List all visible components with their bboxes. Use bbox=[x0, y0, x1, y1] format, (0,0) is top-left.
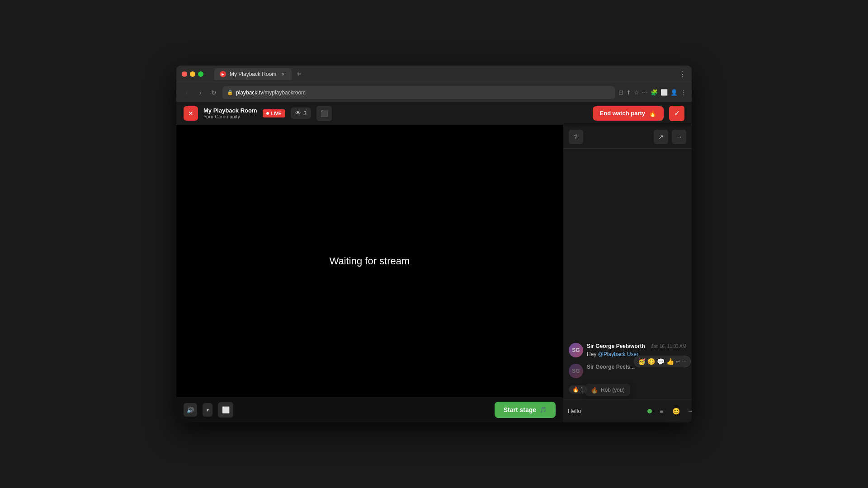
message-author-1: Sir George Peelsworth bbox=[587, 343, 645, 349]
new-tab-button[interactable]: + bbox=[293, 69, 304, 80]
chat-input[interactable] bbox=[568, 408, 644, 414]
end-watch-label: End watch party bbox=[600, 110, 645, 117]
sidebar-icon[interactable]: ⬜ bbox=[660, 89, 668, 96]
volume-button[interactable]: 🔊 bbox=[184, 403, 197, 417]
tooltip-fire-icon: 🔥 bbox=[590, 386, 598, 394]
fullscreen-icon: ⬜ bbox=[222, 406, 230, 413]
video-player[interactable]: Waiting for stream bbox=[176, 125, 563, 397]
bookmark-icon[interactable]: ☆ bbox=[634, 89, 639, 96]
tooltip-label: Rob (you) bbox=[601, 387, 625, 393]
message-body-2: Sir George Peels... 🔥 Rob (you) bbox=[587, 364, 686, 371]
avatar-1: SG bbox=[569, 343, 583, 357]
chat-input-area: ≡ 😊 → 📌 bbox=[563, 399, 692, 422]
video-area: Waiting for stream 🔊 ▾ ⬜ Start stage 🎵 bbox=[176, 125, 563, 422]
send-button[interactable]: → bbox=[684, 405, 692, 417]
fire-reaction-count[interactable]: 🔥 1 bbox=[569, 385, 587, 394]
tab-close-button[interactable]: ✕ bbox=[280, 71, 286, 77]
chat-help-button[interactable]: ? bbox=[569, 130, 583, 144]
start-stage-button[interactable]: Start stage 🎵 bbox=[495, 402, 556, 418]
viewer-count: 👁 3 bbox=[291, 108, 311, 119]
heart-icon: 🔥 bbox=[649, 110, 656, 117]
online-status-dot bbox=[647, 409, 652, 413]
chat-message-1: SG Sir George Peelsworth Jan 16, 11:03 A… bbox=[569, 343, 686, 358]
chat-message-2: SG Sir George Peels... 🔥 Rob (you) bbox=[569, 364, 686, 378]
emoji-button[interactable]: 😊 bbox=[670, 405, 682, 417]
volume-icon: 🔊 bbox=[187, 407, 194, 413]
end-watch-party-button[interactable]: End watch party 🔥 bbox=[593, 106, 664, 121]
fullscreen-button[interactable]: ⬜ bbox=[218, 402, 233, 418]
tab-favicon: ▶ bbox=[220, 71, 226, 77]
send-icon: → bbox=[687, 408, 692, 415]
room-name: My Playback Room bbox=[203, 107, 257, 114]
list-icon: ≡ bbox=[660, 408, 663, 415]
app-toolbar: ✕ My Playback Room Your Community LIVE 👁… bbox=[176, 102, 692, 125]
tab-title: My Playback Room bbox=[230, 71, 276, 77]
chevron-down-icon: ▾ bbox=[207, 408, 209, 413]
url-bar[interactable]: 🔒 playback.tv/myplaybackroom bbox=[222, 86, 615, 99]
url-text: playback.tv/myplaybackroom bbox=[236, 89, 306, 96]
screen-icon: ⬛ bbox=[321, 110, 328, 117]
question-icon: ? bbox=[574, 133, 578, 141]
title-bar: ▶ My Playback Room ✕ + ⋮ bbox=[176, 66, 692, 83]
screen-share-button[interactable]: ⬛ bbox=[316, 106, 332, 121]
start-stage-label: Start stage bbox=[504, 406, 536, 413]
stage-icon: 🎵 bbox=[540, 407, 547, 413]
bookmark-button[interactable]: ✓ bbox=[669, 106, 684, 121]
forward-button[interactable]: › bbox=[195, 89, 205, 96]
input-actions: ≡ 😊 → 📌 bbox=[656, 405, 692, 417]
address-bar: ‹ › ↻ 🔒 playback.tv/myplaybackroom ⊡ ⬆ ☆… bbox=[176, 83, 692, 102]
minimize-traffic-light[interactable] bbox=[190, 71, 195, 77]
export-icon: ↗ bbox=[658, 133, 664, 141]
lock-icon: 🔒 bbox=[227, 89, 233, 95]
address-actions: ⊡ ⬆ ☆ ⋯ 🧩 ⬜ 👤 ⋮ bbox=[618, 89, 686, 96]
more-icon[interactable]: ⋯ bbox=[642, 89, 648, 96]
live-badge: LIVE bbox=[263, 109, 285, 117]
back-button[interactable]: ‹ bbox=[182, 89, 192, 96]
main-content: Waiting for stream 🔊 ▾ ⬜ Start stage 🎵 bbox=[176, 125, 692, 422]
window-controls[interactable]: ⋮ bbox=[679, 70, 686, 79]
fire-reaction-number: 1 bbox=[580, 386, 584, 393]
list-format-button[interactable]: ≡ bbox=[656, 405, 667, 417]
fire-reaction-emoji: 🔥 bbox=[572, 386, 579, 393]
avatar-2: SG bbox=[569, 364, 583, 378]
message-header-2: Sir George Peels... bbox=[587, 364, 686, 370]
reload-button[interactable]: ↻ bbox=[209, 89, 219, 96]
room-community: Your Community bbox=[203, 114, 257, 119]
volume-dropdown[interactable]: ▾ bbox=[203, 403, 212, 417]
waiting-text: Waiting for stream bbox=[330, 255, 410, 267]
eye-icon: 👁 bbox=[295, 110, 301, 117]
menu-icon[interactable]: ⋮ bbox=[680, 89, 686, 96]
profile-icon[interactable]: 👤 bbox=[670, 89, 678, 96]
share-icon[interactable]: ⬆ bbox=[626, 89, 631, 96]
video-controls: 🔊 ▾ ⬜ Start stage 🎵 bbox=[176, 397, 563, 422]
room-info: My Playback Room Your Community bbox=[203, 107, 257, 119]
leave-icon: → bbox=[676, 133, 682, 141]
browser-window: ▶ My Playback Room ✕ + ⋮ ‹ › ↻ 🔒 playbac… bbox=[176, 66, 692, 422]
chat-panel: ? ↗ → SG bbox=[563, 125, 692, 422]
leave-chat-button[interactable]: → bbox=[672, 130, 686, 144]
tooltip-popup: 🔥 Rob (you) bbox=[585, 384, 630, 396]
message-author-2: Sir George Peels... bbox=[587, 364, 635, 370]
active-tab[interactable]: ▶ My Playback Room ✕ bbox=[214, 68, 292, 80]
puzzle-icon[interactable]: 🧩 bbox=[651, 89, 658, 96]
export-chat-button[interactable]: ↗ bbox=[654, 130, 668, 144]
tab-bar: ▶ My Playback Room ✕ + bbox=[214, 68, 675, 80]
live-dot bbox=[266, 112, 269, 115]
chat-messages: SG Sir George Peelsworth Jan 16, 11:03 A… bbox=[563, 149, 692, 399]
traffic-lights bbox=[182, 71, 203, 77]
emoji-icon: 😊 bbox=[672, 408, 680, 415]
maximize-traffic-light[interactable] bbox=[198, 71, 203, 77]
message-header-1: Sir George Peelsworth Jan 16, 11:03 AM bbox=[587, 343, 686, 349]
close-room-button[interactable]: ✕ bbox=[184, 106, 198, 121]
mention-1: @Playback User bbox=[598, 351, 639, 357]
check-icon: ✓ bbox=[674, 109, 680, 117]
cast-icon[interactable]: ⊡ bbox=[618, 89, 623, 96]
message-time-1: Jan 16, 11:03 AM bbox=[651, 344, 686, 349]
close-traffic-light[interactable] bbox=[182, 71, 187, 77]
chat-header: ? ↗ → bbox=[563, 125, 692, 149]
chat-header-actions: ↗ → bbox=[654, 130, 686, 144]
